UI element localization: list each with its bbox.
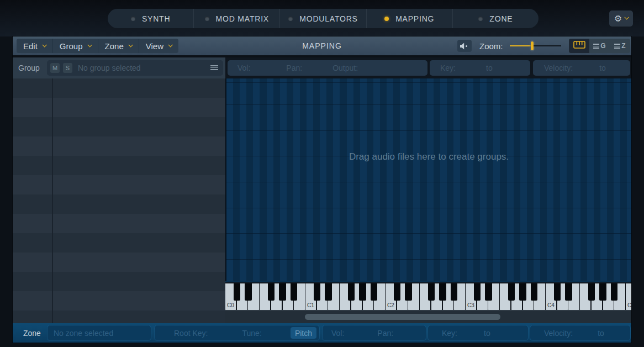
menu-edit[interactable]: Edit [17,39,52,53]
black-key[interactable] [371,283,377,301]
audition-button[interactable] [457,40,472,52]
black-key[interactable] [245,283,251,301]
black-key[interactable] [508,283,515,301]
tab-modulators[interactable]: MODULATORS [279,9,366,28]
black-key[interactable] [234,283,240,301]
group-list-row[interactable] [13,78,225,98]
tab-zone[interactable]: ZONE [452,9,539,28]
zone-key-to-label: to [484,329,490,338]
chevron-down-icon [42,43,46,47]
menu-zone[interactable]: Zone [98,39,139,53]
zone-selector[interactable]: No zone selected [47,325,151,340]
group-mute-button[interactable]: M [50,63,60,73]
zone-rootkey-tune-box[interactable]: Root Key: Tune: Pitch [155,325,319,340]
black-key[interactable] [519,283,526,301]
black-key[interactable] [348,283,355,301]
group-solo-button[interactable]: S [63,63,72,73]
zone-list-view-button[interactable]: Z [610,39,630,53]
black-key[interactable] [268,283,275,301]
group-list-row[interactable] [13,136,225,156]
group-list-view-button[interactable]: G [589,39,610,53]
list-lines-icon [614,44,620,49]
zoom-slider-track [534,45,561,46]
octave-label: C2 [387,302,394,308]
group-list-row[interactable] [13,156,225,175]
zone-velocity-to-label: to [598,329,604,338]
group-menu-icon[interactable] [210,65,218,71]
tab-label: MAPPING [395,14,434,23]
black-key[interactable] [325,283,331,301]
black-key[interactable] [291,283,297,301]
group-list-row[interactable] [13,272,225,291]
group-pan-label: Pan: [286,64,302,72]
black-key[interactable] [554,283,561,301]
group-list-row[interactable] [13,98,225,117]
group-velocity-to-label: to [599,64,606,72]
tab-mapping[interactable]: MAPPING [366,9,452,28]
piano-keys-icon [573,41,585,51]
black-key[interactable] [428,283,435,301]
black-key[interactable] [314,283,320,301]
zone-vol-pan-box[interactable]: Vol: Pan: [323,325,426,340]
tab-led-indicator [384,17,389,21]
zone-row: Zone No zone selected Root Key: Tune: Pi… [13,323,631,343]
menu-label: Group [60,41,83,51]
settings-button[interactable]: ⚙ [609,10,633,27]
group-vol-label: Vol: [237,64,250,72]
black-key[interactable] [611,283,617,301]
piano-keyboard[interactable]: C0C1C2C3C4C5 [225,281,631,310]
menu-view[interactable]: View [139,39,178,53]
group-list-row[interactable] [13,291,225,311]
menu-group[interactable]: Group [52,39,98,53]
zoom-slider-fill [510,45,531,47]
group-key-range-box[interactable]: Key: to [430,60,530,76]
black-key[interactable] [531,283,537,301]
black-key[interactable] [279,283,286,301]
group-list-row[interactable] [13,194,225,214]
group-list[interactable] [13,78,225,323]
group-selector[interactable]: M S No group selected [47,60,223,76]
group-key-label: Key: [440,64,456,72]
speaker-icon [460,43,469,50]
black-key[interactable] [359,283,366,301]
black-key[interactable] [565,283,572,301]
zone-key-range-box[interactable]: Key: to [428,325,528,340]
keyboard-view-button[interactable] [569,39,589,53]
menu-label: View [146,41,163,51]
group-list-row[interactable] [13,233,225,253]
black-key[interactable] [485,283,492,301]
tab-synth[interactable]: SYNTH [108,9,193,28]
zoom-slider[interactable] [510,36,562,55]
black-key[interactable] [451,283,457,301]
group-velocity-label: Velocity: [544,64,573,72]
empty-state-message: Drag audio files here to create groups. [349,151,509,162]
black-key[interactable] [394,283,400,301]
tab-label: ZONE [489,14,513,23]
group-list-row[interactable] [13,311,225,323]
chevron-down-icon [128,43,133,47]
black-key[interactable] [474,283,481,301]
black-key[interactable] [405,283,411,301]
keyboard-scrollbar-thumb[interactable] [305,314,500,320]
black-key[interactable] [599,283,606,301]
mapping-panel: MAPPING EditGroupZoneView Zoom: GZ Group… [13,36,631,343]
octave-label: C4 [547,302,555,308]
group-list-row[interactable] [13,253,225,272]
gear-icon: ⚙ [614,14,622,23]
zone-pan-label: Pan: [377,329,393,338]
octave-label: C0 [227,302,234,308]
octave-label: C5 [627,302,631,308]
keyboard-scrollbar[interactable] [225,310,631,323]
zone-velocity-range-box[interactable]: Velocity: to [530,325,630,340]
group-list-row[interactable] [13,175,225,194]
black-key[interactable] [588,283,595,301]
group-list-row[interactable] [13,214,225,233]
group-list-row[interactable] [13,117,225,136]
group-velocity-range-box[interactable]: Velocity: to [533,60,630,76]
zone-pitch-button[interactable]: Pitch [291,327,316,339]
menu-group: EditGroupZoneView [17,39,178,53]
group-vol-pan-output-box[interactable]: Vol: Pan: Output: [228,60,427,76]
black-key[interactable] [439,283,446,301]
mapping-grid[interactable]: Drag audio files here to create groups. [225,78,631,281]
tab-mod-matrix[interactable]: MOD MATRIX [193,9,279,28]
